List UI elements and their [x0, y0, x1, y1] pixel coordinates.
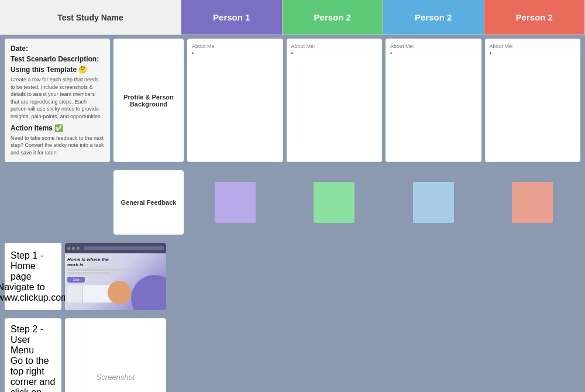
study-title: Test Study Name [0, 0, 181, 35]
step1-info: Step 1 - Home page Navigate to www.click… [5, 243, 61, 310]
screenshot-button: Start [67, 277, 85, 283]
dot1 [67, 247, 70, 250]
app-bar [65, 243, 166, 253]
dot2 [72, 247, 75, 250]
step1-title: Step 1 - Home page [11, 250, 56, 282]
person2c-about: About Me: • [485, 39, 581, 162]
step1-image: Home is where thework is. Start [65, 243, 166, 310]
person2a-about: About Me: • [287, 39, 383, 162]
step2-row: Step 2 - User Menu Go to the top right c… [0, 315, 585, 392]
profile-section: Date: Test Scenario Description: Using t… [0, 35, 585, 166]
info-panel: Date: Test Scenario Description: Using t… [5, 39, 110, 162]
sticky-blue [413, 182, 454, 223]
screenshot-line1 [67, 269, 125, 271]
sticky-cell-2 [287, 170, 383, 235]
person2c-header: Person 2 [484, 0, 586, 35]
sticky-cell-4 [485, 170, 581, 235]
person2b-header: Person 2 [383, 0, 484, 35]
step2-empty [170, 318, 580, 392]
scenario-label: Test Scenario Description: [11, 55, 104, 63]
screenshot-line2 [67, 272, 111, 274]
url-bar [84, 246, 164, 250]
step2-title: Step 2 - User Menu [11, 324, 56, 356]
general-feedback-section: General Feedback [0, 167, 585, 238]
screenshot-headline: Home is where thework is. [67, 257, 164, 267]
sticky-green [314, 182, 355, 223]
left-spacer [5, 170, 110, 235]
template-text: Create a row for each step that needs to… [11, 76, 104, 121]
step1-empty [170, 243, 580, 310]
person2b-about: About Me: • [386, 39, 481, 162]
step2-info: Step 2 - User Menu Go to the top right c… [5, 318, 61, 392]
sticky-cell-3 [386, 170, 481, 235]
step2-nav: Go to the top right corner and click on … [11, 356, 56, 392]
header-row: Test Study Name Person 1 Person 2 Person… [0, 0, 585, 35]
step1-nav: Navigate to www.clickup.com [0, 282, 68, 303]
person1-about: About Me: • [187, 39, 283, 162]
sticky-cell-1 [187, 170, 283, 235]
panel1 [67, 285, 82, 302]
template-label: Using this Template 🤔 [11, 66, 104, 74]
person1-header: Person 1 [181, 0, 283, 35]
action-label: Action Items ✅ [11, 124, 104, 132]
step2-screenshot: Screenshot [65, 318, 166, 392]
sticky-salmon [512, 182, 553, 223]
general-feedback-label: General Feedback [113, 170, 184, 235]
step1-screenshot: Home is where thework is. Start [65, 243, 166, 310]
person2a-header: Person 2 [283, 0, 384, 35]
step1-link[interactable]: www.clickup.com [0, 293, 68, 302]
dot3 [77, 247, 80, 250]
action-text: Need to take some feedback to the next s… [11, 135, 104, 157]
step1-row: Step 1 - Home page Navigate to www.click… [0, 239, 585, 314]
date-label: Date: [11, 44, 104, 53]
profile-label: Profile & Person Background [113, 39, 184, 162]
sticky-purple [215, 182, 256, 223]
